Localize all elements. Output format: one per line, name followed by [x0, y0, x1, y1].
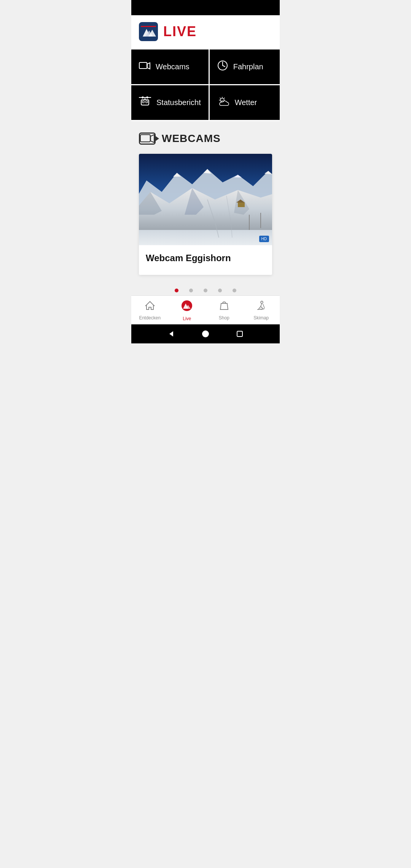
statusbericht-menu-icon [139, 96, 151, 109]
webcam-card[interactable]: HD Webcam Eggishorn [139, 154, 272, 275]
svg-marker-6 [147, 63, 150, 69]
svg-rect-51 [237, 331, 242, 337]
svg-line-19 [224, 98, 225, 99]
svg-point-42 [261, 301, 263, 303]
webcams-section-title: WEBCAMS [162, 132, 221, 145]
svg-rect-4 [141, 26, 156, 27]
dot-5[interactable] [233, 289, 236, 292]
skimap-label: Skimap [253, 315, 269, 321]
recent-button[interactable] [235, 329, 244, 338]
live-label: Live [183, 316, 191, 321]
menu-item-wetter[interactable]: Wetter [210, 85, 280, 120]
menu-item-webcams[interactable]: Webcams [131, 49, 209, 84]
entdecken-icon [145, 300, 155, 314]
shop-icon [219, 300, 229, 314]
svg-line-20 [220, 98, 221, 99]
menu-item-fahrplan[interactable]: Fahrplan [210, 49, 280, 84]
home-button[interactable] [201, 329, 210, 338]
svg-rect-22 [140, 135, 150, 142]
svg-line-46 [263, 304, 264, 308]
dot-3[interactable] [204, 289, 207, 292]
app-logo [139, 22, 158, 41]
skimap-icon [256, 300, 266, 314]
svg-line-45 [261, 306, 263, 308]
wetter-menu-icon [217, 96, 229, 109]
nav-item-live[interactable]: Live [169, 300, 206, 321]
nav-item-skimap[interactable]: Skimap [243, 300, 280, 321]
webcam-badge: HD [259, 236, 269, 242]
nav-item-shop[interactable]: Shop [206, 300, 243, 321]
webcam-image: HD [139, 154, 272, 245]
fahrplan-menu-icon [217, 60, 228, 73]
status-bar [131, 0, 280, 15]
pagination-dots [131, 282, 280, 295]
webcam-card-body: Webcam Eggishorn [139, 245, 272, 275]
menu-grid: Webcams Fahrplan [131, 49, 280, 121]
webcams-header: WEBCAMS [139, 132, 272, 145]
svg-rect-35 [238, 203, 245, 207]
svg-line-47 [258, 309, 261, 310]
svg-marker-49 [169, 331, 173, 337]
menu-item-wetter-label: Wetter [235, 98, 257, 107]
svg-line-9 [223, 65, 225, 67]
webcams-section: WEBCAMS [131, 121, 280, 282]
system-nav [131, 324, 280, 343]
svg-rect-15 [142, 101, 144, 103]
app-header: LIVE [131, 15, 280, 49]
webcam-name: Webcam Eggishorn [146, 253, 265, 263]
svg-line-43 [261, 303, 262, 306]
svg-marker-23 [151, 135, 155, 143]
svg-marker-34 [139, 230, 272, 245]
nav-item-entdecken[interactable]: Entdecken [131, 300, 169, 321]
webcam-menu-icon [139, 61, 150, 73]
live-icon [181, 300, 193, 314]
menu-item-statusbericht-label: Statusbericht [156, 98, 201, 107]
svg-point-50 [202, 330, 209, 337]
back-button[interactable] [167, 329, 176, 338]
webcams-section-icon [139, 132, 156, 145]
svg-rect-16 [146, 101, 148, 103]
entdecken-label: Entdecken [139, 315, 161, 321]
shop-label: Shop [219, 315, 229, 321]
dot-2[interactable] [189, 289, 193, 292]
page-title: LIVE [163, 24, 197, 40]
svg-rect-5 [139, 62, 147, 69]
svg-line-44 [259, 306, 261, 309]
dot-4[interactable] [218, 289, 222, 292]
bottom-nav: Entdecken Live Shop [131, 295, 280, 324]
menu-item-webcams-label: Webcams [156, 62, 190, 71]
dot-1[interactable] [175, 289, 178, 292]
svg-line-48 [261, 309, 264, 310]
menu-item-statusbericht[interactable]: Statusbericht [131, 85, 209, 120]
menu-item-fahrplan-label: Fahrplan [233, 62, 263, 71]
